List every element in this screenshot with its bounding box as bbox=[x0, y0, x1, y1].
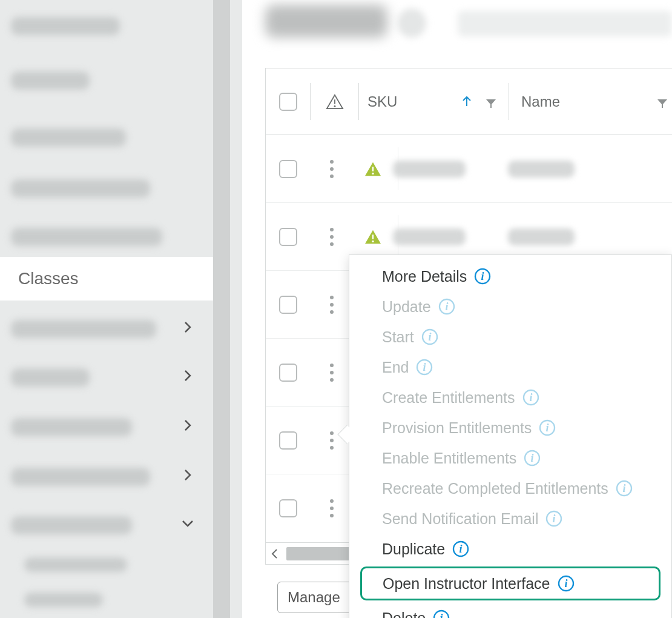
svg-text:i: i bbox=[531, 452, 534, 464]
ctx-item-duplicate[interactable]: Duplicatei bbox=[349, 534, 671, 564]
sidebar-item-label: Classes bbox=[18, 269, 79, 288]
col-name[interactable]: Name bbox=[509, 68, 672, 135]
ctx-item-enable-entitlements: Enable Entitlementsi bbox=[349, 443, 671, 473]
kebab-menu-icon[interactable] bbox=[330, 228, 334, 246]
col-sku-label: SKU bbox=[367, 93, 397, 110]
ctx-item-create-entitlements: Create Entitlementsi bbox=[349, 382, 671, 413]
ctx-item-label: Recreate Completed Entitlements bbox=[382, 479, 608, 497]
col-checkbox bbox=[266, 68, 311, 135]
ctx-item-delete[interactable]: Deletei bbox=[349, 603, 671, 618]
info-icon: i bbox=[522, 389, 539, 406]
warning-icon bbox=[364, 229, 382, 245]
sidebar-item-classes[interactable]: Classes bbox=[0, 257, 213, 301]
row-checkbox[interactable] bbox=[279, 160, 297, 178]
row-menu-cell bbox=[311, 339, 353, 406]
chevron-down-icon[interactable] bbox=[180, 516, 195, 531]
ctx-item-label: Send Notification Email bbox=[382, 510, 538, 528]
svg-text:i: i bbox=[564, 577, 567, 590]
svg-text:i: i bbox=[529, 391, 532, 404]
info-icon: i bbox=[474, 268, 491, 285]
row-checkbox[interactable] bbox=[279, 499, 297, 517]
sidebar: Classes bbox=[0, 0, 213, 618]
ctx-item-label: Update bbox=[382, 297, 431, 316]
row-checkbox[interactable] bbox=[279, 296, 297, 314]
table-header: SKU Name bbox=[266, 68, 672, 135]
warning-icon bbox=[364, 161, 382, 177]
info-icon: i bbox=[524, 450, 541, 467]
ctx-item-open-instructor-interface[interactable]: Open Instructor Interfacei bbox=[360, 566, 660, 600]
svg-point-2 bbox=[334, 105, 336, 107]
svg-text:i: i bbox=[553, 513, 556, 525]
svg-marker-4 bbox=[486, 99, 496, 108]
ctx-item-update: Updatei bbox=[349, 291, 671, 322]
ctx-item-label: End bbox=[382, 358, 409, 376]
row-checkbox[interactable] bbox=[279, 228, 297, 246]
chevron-right-icon[interactable] bbox=[180, 320, 195, 334]
redacted-text bbox=[508, 228, 575, 245]
kebab-menu-icon[interactable] bbox=[330, 431, 334, 450]
filter-icon[interactable] bbox=[485, 98, 497, 110]
ctx-item-end: Endi bbox=[349, 352, 671, 382]
row-checkbox-cell bbox=[266, 135, 311, 202]
redacted-text bbox=[508, 161, 575, 178]
ctx-item-label: Start bbox=[382, 328, 414, 346]
table-row bbox=[266, 135, 672, 203]
svg-text:i: i bbox=[460, 543, 463, 555]
select-all-checkbox[interactable] bbox=[279, 93, 297, 111]
row-sku-cell bbox=[393, 135, 508, 202]
row-menu-cell bbox=[311, 271, 353, 338]
col-name-label: Name bbox=[521, 93, 560, 110]
row-checkbox[interactable] bbox=[279, 431, 297, 450]
row-menu-cell bbox=[311, 203, 353, 270]
svg-text:i: i bbox=[423, 361, 426, 373]
svg-point-8 bbox=[372, 172, 374, 174]
kebab-menu-icon[interactable] bbox=[330, 160, 334, 178]
kebab-menu-icon[interactable] bbox=[330, 499, 334, 517]
info-icon: i bbox=[452, 540, 469, 557]
ctx-item-start: Starti bbox=[349, 322, 671, 352]
svg-text:i: i bbox=[622, 482, 625, 494]
row-status-cell bbox=[353, 135, 393, 202]
page-title-pill bbox=[397, 8, 426, 38]
info-icon: i bbox=[438, 298, 455, 315]
kebab-menu-icon[interactable] bbox=[330, 296, 334, 314]
row-checkbox[interactable] bbox=[279, 364, 297, 382]
sidebar-gutter-inner bbox=[230, 0, 242, 618]
filter-icon[interactable] bbox=[656, 98, 668, 110]
scrollbar-thumb[interactable] bbox=[286, 547, 351, 560]
ctx-item-recreate-completed-entitlements: Recreate Completed Entitlementsi bbox=[349, 473, 671, 503]
chevron-right-icon[interactable] bbox=[180, 468, 195, 482]
chevron-right-icon[interactable] bbox=[180, 418, 195, 433]
manage-button-label: Manage bbox=[288, 589, 340, 606]
info-icon: i bbox=[545, 510, 562, 527]
kebab-menu-icon[interactable] bbox=[330, 364, 334, 382]
scroll-left-icon[interactable] bbox=[266, 543, 284, 565]
row-checkbox-cell bbox=[266, 407, 311, 474]
svg-text:i: i bbox=[546, 422, 549, 434]
ctx-item-label: Enable Entitlements bbox=[382, 449, 516, 467]
svg-text:i: i bbox=[440, 612, 443, 618]
ctx-item-label: Provision Entitlements bbox=[382, 419, 532, 437]
ctx-item-provision-entitlements: Provision Entitlementsi bbox=[349, 413, 671, 443]
svg-text:i: i bbox=[428, 331, 431, 343]
svg-text:i: i bbox=[445, 301, 448, 313]
page-title-blur bbox=[265, 5, 387, 38]
redacted-text bbox=[393, 228, 466, 245]
ctx-item-more-details[interactable]: More Detailsi bbox=[349, 261, 671, 291]
page-title-right-blur bbox=[458, 11, 672, 36]
ctx-item-label: Create Entitlements bbox=[382, 388, 515, 407]
svg-text:i: i bbox=[481, 270, 484, 282]
row-checkbox-cell bbox=[266, 271, 311, 338]
ctx-item-label: More Details bbox=[382, 267, 467, 285]
svg-point-11 bbox=[372, 240, 374, 242]
col-sku[interactable]: SKU bbox=[359, 68, 509, 135]
svg-marker-5 bbox=[657, 99, 667, 108]
info-icon: i bbox=[416, 359, 433, 376]
chevron-right-icon[interactable] bbox=[180, 368, 195, 383]
row-context-menu: More DetailsiUpdateiStartiEndiCreate Ent… bbox=[349, 254, 672, 618]
sort-asc-icon[interactable] bbox=[460, 94, 474, 108]
ctx-item-label: Duplicate bbox=[382, 540, 445, 558]
row-checkbox-cell bbox=[266, 474, 311, 542]
ctx-item-send-notification-email: Send Notification Emaili bbox=[349, 503, 671, 534]
col-status bbox=[311, 68, 359, 135]
